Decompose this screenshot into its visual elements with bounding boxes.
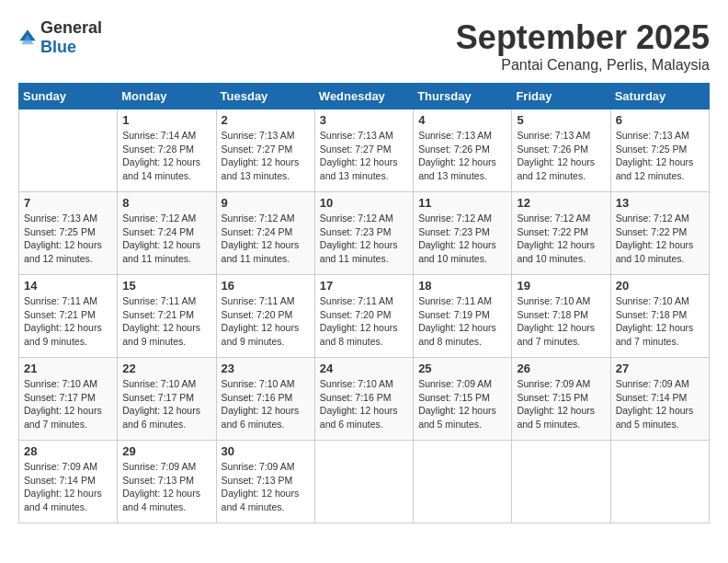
day-cell: 1Sunrise: 7:14 AM Sunset: 7:28 PM Daylig… xyxy=(118,109,216,192)
week-row-3: 14Sunrise: 7:11 AM Sunset: 7:21 PM Dayli… xyxy=(19,275,710,358)
day-number: 24 xyxy=(320,362,408,375)
day-info: Sunrise: 7:09 AM Sunset: 7:15 PM Dayligh… xyxy=(517,377,605,431)
day-number: 13 xyxy=(616,196,704,210)
header-monday: Monday xyxy=(118,84,216,109)
day-cell: 16Sunrise: 7:11 AM Sunset: 7:20 PM Dayli… xyxy=(216,275,314,358)
day-cell: 18Sunrise: 7:11 AM Sunset: 7:19 PM Dayli… xyxy=(414,275,512,358)
logo-blue: Blue xyxy=(40,38,76,56)
day-info: Sunrise: 7:09 AM Sunset: 7:14 PM Dayligh… xyxy=(24,460,112,514)
day-cell xyxy=(512,441,610,523)
day-number: 4 xyxy=(418,113,506,127)
day-info: Sunrise: 7:10 AM Sunset: 7:18 PM Dayligh… xyxy=(517,294,605,349)
header-friday: Friday xyxy=(512,84,610,109)
day-cell: 19Sunrise: 7:10 AM Sunset: 7:18 PM Dayli… xyxy=(512,275,610,358)
day-number: 15 xyxy=(122,279,210,293)
day-info: Sunrise: 7:13 AM Sunset: 7:25 PM Dayligh… xyxy=(24,212,112,266)
day-cell: 11Sunrise: 7:12 AM Sunset: 7:23 PM Dayli… xyxy=(414,192,512,275)
day-cell: 29Sunrise: 7:09 AM Sunset: 7:13 PM Dayli… xyxy=(118,441,216,523)
day-cell xyxy=(19,109,118,192)
location-subtitle: Pantai Cenang, Perlis, Malaysia xyxy=(456,57,710,74)
day-number: 12 xyxy=(517,196,605,210)
day-cell: 30Sunrise: 7:09 AM Sunset: 7:13 PM Dayli… xyxy=(216,441,314,523)
day-cell: 23Sunrise: 7:10 AM Sunset: 7:16 PM Dayli… xyxy=(216,358,314,441)
day-info: Sunrise: 7:11 AM Sunset: 7:21 PM Dayligh… xyxy=(122,294,210,349)
day-info: Sunrise: 7:10 AM Sunset: 7:17 PM Dayligh… xyxy=(24,377,112,431)
day-number: 11 xyxy=(418,196,506,210)
logo-general: General xyxy=(40,18,102,37)
day-cell: 20Sunrise: 7:10 AM Sunset: 7:18 PM Dayli… xyxy=(610,275,709,358)
day-cell: 17Sunrise: 7:11 AM Sunset: 7:20 PM Dayli… xyxy=(314,275,413,358)
day-info: Sunrise: 7:11 AM Sunset: 7:19 PM Dayligh… xyxy=(418,294,506,349)
day-number: 1 xyxy=(122,113,210,127)
day-cell: 26Sunrise: 7:09 AM Sunset: 7:15 PM Dayli… xyxy=(512,358,610,441)
day-cell xyxy=(314,441,413,523)
day-number: 16 xyxy=(222,279,310,293)
day-info: Sunrise: 7:13 AM Sunset: 7:25 PM Dayligh… xyxy=(616,129,704,183)
day-cell: 27Sunrise: 7:09 AM Sunset: 7:14 PM Dayli… xyxy=(610,358,709,441)
day-info: Sunrise: 7:10 AM Sunset: 7:16 PM Dayligh… xyxy=(222,377,310,431)
day-number: 9 xyxy=(222,196,310,210)
day-cell: 28Sunrise: 7:09 AM Sunset: 7:14 PM Dayli… xyxy=(19,441,118,523)
day-number: 30 xyxy=(222,444,310,458)
day-number: 17 xyxy=(320,279,408,293)
day-number: 3 xyxy=(320,113,408,127)
day-number: 22 xyxy=(122,362,210,375)
logo-text: General Blue xyxy=(40,18,102,57)
month-title: September 2025 xyxy=(456,18,710,57)
day-info: Sunrise: 7:13 AM Sunset: 7:26 PM Dayligh… xyxy=(517,129,605,183)
logo: General Blue xyxy=(18,18,102,57)
day-info: Sunrise: 7:11 AM Sunset: 7:20 PM Dayligh… xyxy=(320,294,408,349)
day-number: 20 xyxy=(616,279,704,293)
day-info: Sunrise: 7:12 AM Sunset: 7:22 PM Dayligh… xyxy=(616,212,704,266)
day-cell: 6Sunrise: 7:13 AM Sunset: 7:25 PM Daylig… xyxy=(610,109,709,192)
day-number: 10 xyxy=(320,196,408,210)
day-info: Sunrise: 7:11 AM Sunset: 7:20 PM Dayligh… xyxy=(222,294,310,349)
day-info: Sunrise: 7:12 AM Sunset: 7:24 PM Dayligh… xyxy=(222,212,310,266)
week-row-5: 28Sunrise: 7:09 AM Sunset: 7:14 PM Dayli… xyxy=(19,441,710,523)
day-info: Sunrise: 7:14 AM Sunset: 7:28 PM Dayligh… xyxy=(122,129,210,183)
header-sunday: Sunday xyxy=(19,84,118,109)
header-wednesday: Wednesday xyxy=(314,84,413,109)
day-number: 6 xyxy=(616,113,704,127)
day-info: Sunrise: 7:09 AM Sunset: 7:14 PM Dayligh… xyxy=(616,377,704,431)
day-number: 28 xyxy=(24,444,112,458)
day-cell: 5Sunrise: 7:13 AM Sunset: 7:26 PM Daylig… xyxy=(512,109,610,192)
day-info: Sunrise: 7:13 AM Sunset: 7:27 PM Dayligh… xyxy=(222,129,310,183)
day-cell: 21Sunrise: 7:10 AM Sunset: 7:17 PM Dayli… xyxy=(19,358,118,441)
day-number: 26 xyxy=(517,362,605,375)
title-area: September 2025 Pantai Cenang, Perlis, Ma… xyxy=(456,18,710,74)
day-info: Sunrise: 7:09 AM Sunset: 7:13 PM Dayligh… xyxy=(122,460,210,514)
day-number: 21 xyxy=(24,362,112,375)
day-info: Sunrise: 7:12 AM Sunset: 7:22 PM Dayligh… xyxy=(517,212,605,266)
day-number: 29 xyxy=(122,444,210,458)
day-number: 7 xyxy=(24,196,112,210)
day-info: Sunrise: 7:12 AM Sunset: 7:23 PM Dayligh… xyxy=(418,212,506,266)
day-cell: 15Sunrise: 7:11 AM Sunset: 7:21 PM Dayli… xyxy=(118,275,216,358)
day-number: 14 xyxy=(24,279,112,293)
day-number: 19 xyxy=(517,279,605,293)
day-cell: 14Sunrise: 7:11 AM Sunset: 7:21 PM Dayli… xyxy=(19,275,118,358)
day-number: 27 xyxy=(616,362,704,375)
day-cell: 12Sunrise: 7:12 AM Sunset: 7:22 PM Dayli… xyxy=(512,192,610,275)
day-info: Sunrise: 7:12 AM Sunset: 7:23 PM Dayligh… xyxy=(320,212,408,266)
day-number: 8 xyxy=(122,196,210,210)
day-cell: 13Sunrise: 7:12 AM Sunset: 7:22 PM Dayli… xyxy=(610,192,709,275)
week-row-4: 21Sunrise: 7:10 AM Sunset: 7:17 PM Dayli… xyxy=(19,358,710,441)
day-cell xyxy=(610,441,709,523)
calendar-table: SundayMondayTuesdayWednesdayThursdayFrid… xyxy=(18,83,710,523)
header-thursday: Thursday xyxy=(414,84,512,109)
day-cell: 2Sunrise: 7:13 AM Sunset: 7:27 PM Daylig… xyxy=(216,109,314,192)
day-info: Sunrise: 7:10 AM Sunset: 7:16 PM Dayligh… xyxy=(320,377,408,431)
day-cell: 25Sunrise: 7:09 AM Sunset: 7:15 PM Dayli… xyxy=(414,358,512,441)
logo-icon xyxy=(18,29,37,47)
header-tuesday: Tuesday xyxy=(216,84,314,109)
day-info: Sunrise: 7:12 AM Sunset: 7:24 PM Dayligh… xyxy=(122,212,210,266)
day-cell xyxy=(414,441,512,523)
day-cell: 7Sunrise: 7:13 AM Sunset: 7:25 PM Daylig… xyxy=(19,192,118,275)
day-cell: 4Sunrise: 7:13 AM Sunset: 7:26 PM Daylig… xyxy=(414,109,512,192)
day-number: 25 xyxy=(418,362,506,375)
day-info: Sunrise: 7:10 AM Sunset: 7:17 PM Dayligh… xyxy=(122,377,210,431)
day-cell: 24Sunrise: 7:10 AM Sunset: 7:16 PM Dayli… xyxy=(314,358,413,441)
week-row-2: 7Sunrise: 7:13 AM Sunset: 7:25 PM Daylig… xyxy=(19,192,710,275)
day-number: 5 xyxy=(517,113,605,127)
